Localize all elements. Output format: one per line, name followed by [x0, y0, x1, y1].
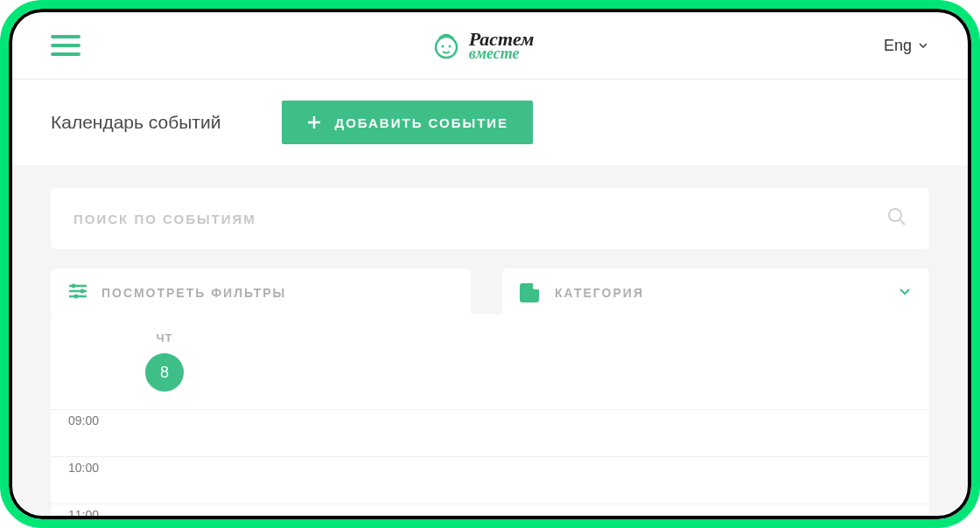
- app-logo[interactable]: Растем вместе: [430, 30, 534, 61]
- chevron-down-icon: [917, 39, 929, 52]
- svg-point-9: [74, 295, 79, 299]
- time-label: 11:00: [51, 504, 121, 516]
- page-title: Календарь событий: [51, 112, 220, 133]
- page-header: Календарь событий ДОБАВИТЬ СОБЫТИЕ: [12, 80, 968, 165]
- search-box: [51, 188, 929, 249]
- time-row: 11:00 Завтрак 11:30 - 12:30: [51, 504, 929, 516]
- language-selector[interactable]: Eng: [884, 37, 929, 55]
- calendar-grid: ЧТ 8 09:00 10:00 11:00 Завтрак 11:30 - 1…: [51, 314, 929, 516]
- day-number-badge: 8: [145, 353, 184, 392]
- time-label: 09:00: [51, 410, 121, 427]
- chevron-down-icon: [898, 284, 912, 302]
- menu-hamburger-icon[interactable]: [51, 35, 80, 56]
- child-face-icon: [430, 30, 462, 61]
- sliders-icon: [68, 282, 88, 303]
- add-event-button[interactable]: ДОБАВИТЬ СОБЫТИЕ: [282, 101, 533, 144]
- view-filters-label: ПОСМОТРЕТЬ ФИЛЬТРЫ: [102, 286, 286, 300]
- svg-point-0: [436, 37, 457, 58]
- puzzle-icon: [520, 283, 539, 302]
- day-column-header[interactable]: ЧТ 8: [86, 324, 243, 397]
- time-label: 10:00: [51, 457, 121, 475]
- svg-point-7: [72, 284, 76, 288]
- category-dropdown[interactable]: КАТЕГОРИЯ: [502, 268, 929, 317]
- content-area: ПОСМОТРЕТЬ ФИЛЬТРЫ КАТЕГОРИЯ ЧТ 8: [12, 165, 968, 516]
- add-event-label: ДОБАВИТЬ СОБЫТИЕ: [334, 115, 508, 130]
- svg-point-1: [441, 45, 444, 48]
- plus-icon: [306, 115, 322, 130]
- time-row: 10:00: [51, 456, 929, 504]
- logo-text-line2: вместе: [469, 46, 534, 60]
- search-icon[interactable]: [887, 207, 906, 230]
- svg-point-8: [80, 289, 85, 294]
- svg-point-3: [889, 209, 901, 221]
- time-row: 09:00: [51, 409, 929, 456]
- svg-point-2: [448, 45, 451, 48]
- view-filters-button[interactable]: ПОСМОТРЕТЬ ФИЛЬТРЫ: [51, 268, 471, 317]
- language-label: Eng: [884, 37, 912, 55]
- top-bar: Растем вместе Eng: [12, 12, 968, 80]
- day-abbreviation: ЧТ: [86, 331, 243, 344]
- search-input[interactable]: [74, 212, 887, 226]
- category-label: КАТЕГОРИЯ: [555, 286, 644, 300]
